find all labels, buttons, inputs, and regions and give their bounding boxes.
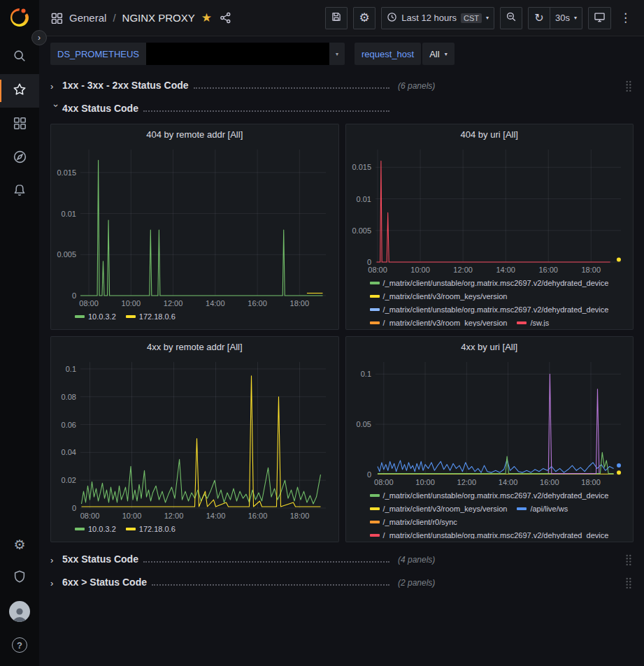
- favorite-star-icon[interactable]: ★: [201, 12, 212, 24]
- svg-text:14:00: 14:00: [496, 266, 515, 274]
- row-header-5xx[interactable]: › 5xx Status Code (4 panels): [50, 549, 634, 570]
- legend-item[interactable]: /sw.js: [517, 316, 549, 326]
- page-title[interactable]: NGINX PROXY: [122, 12, 195, 24]
- variable-request-host: request_host All ▾: [355, 43, 455, 65]
- legend-item[interactable]: /_matrix/client/unstable/org.matrix.msc2…: [370, 488, 609, 502]
- legend-swatch: [126, 528, 136, 530]
- legend-item[interactable]: /_matrix/client/unstable/org.matrix.msc2…: [370, 528, 609, 539]
- legend-swatch: [370, 507, 380, 510]
- sidebar-expand-toggle[interactable]: ›: [31, 30, 47, 45]
- legend-label: /_matrix/client/unstable/org.matrix.msc2…: [383, 305, 609, 314]
- variable-datasource-chevron[interactable]: ▾: [329, 43, 345, 65]
- row-panel-count: (2 panels): [398, 578, 435, 588]
- sidebar-item-explore[interactable]: [0, 141, 39, 175]
- variable-datasource-value[interactable]: [146, 43, 329, 65]
- row-drag-handle[interactable]: [624, 553, 634, 567]
- sidebar-item-profile[interactable]: [0, 595, 39, 628]
- dashboard-squares-icon: [50, 12, 63, 24]
- legend-item[interactable]: /_matrix/client/unstable/org.matrix.msc2…: [370, 303, 609, 316]
- legend-item[interactable]: /api/live/ws: [517, 502, 568, 515]
- svg-text:10:00: 10:00: [415, 478, 435, 486]
- chart-legend[interactable]: 10.0.3.2172.18.0.6: [55, 522, 334, 539]
- variable-request-host-label[interactable]: request_host: [355, 43, 421, 65]
- row-drag-handle[interactable]: [624, 576, 634, 591]
- row-dotted-leader: [194, 87, 389, 89]
- refresh-interval-label: 30s: [555, 13, 570, 23]
- row-header-1xx-3xx-2xx[interactable]: › 1xx - 3xx - 2xx Status Code (6 panels): [50, 75, 634, 96]
- chevron-down-icon: ▾: [486, 15, 489, 21]
- sidebar-item-starred[interactable]: [0, 74, 39, 108]
- svg-text:0.06: 0.06: [62, 421, 76, 429]
- svg-text:12:00: 12:00: [164, 299, 183, 307]
- sidebar-item-dashboards[interactable]: [0, 108, 39, 141]
- timeseries-chart[interactable]: 08:0010:0012:0014:0016:0018:0000.0050.01…: [55, 144, 334, 310]
- legend-swatch: [370, 282, 380, 284]
- svg-text:0.01: 0.01: [62, 210, 76, 218]
- row-panel-count: (6 panels): [398, 81, 435, 91]
- variable-request-host-value[interactable]: All ▾: [422, 43, 454, 65]
- tv-mode-button[interactable]: [588, 7, 611, 29]
- refresh-button[interactable]: ↻: [528, 7, 550, 29]
- legend-item[interactable]: 172.18.0.6: [126, 310, 176, 323]
- breadcrumb-section[interactable]: General: [69, 12, 106, 24]
- sidebar-item-server-admin[interactable]: [0, 561, 39, 595]
- legend-label: /_matrix/client/unstable/org.matrix.msc2…: [383, 279, 609, 287]
- chart-legend[interactable]: /_matrix/client/unstable/org.matrix.msc2…: [350, 276, 629, 326]
- legend-item[interactable]: /_matrix/client/r0/sync: [370, 515, 457, 528]
- legend-item[interactable]: 10.0.3.2: [75, 310, 116, 323]
- refresh-interval-dropdown[interactable]: 30s ▾: [550, 7, 582, 29]
- row-drag-handle[interactable]: [624, 79, 634, 94]
- breadcrumb: General / NGINX PROXY ★: [50, 12, 231, 24]
- svg-text:14:00: 14:00: [206, 299, 225, 307]
- panel-4xx-by-remote-addr: 4xx by remote addr [All] 08:0010:0012:00…: [50, 336, 339, 542]
- legend-item[interactable]: /_matrix/client/v3/room_keys/version: [370, 502, 508, 515]
- save-icon: [331, 11, 342, 24]
- chevron-down-icon: ▾: [445, 51, 448, 57]
- panel-title[interactable]: 404 by uri [All]: [350, 124, 629, 144]
- legend-swatch: [126, 315, 136, 318]
- time-picker-button[interactable]: Last 12 hours CST ▾: [381, 7, 494, 29]
- legend-label: /_matrix/client/unstable/org.matrix.msc2…: [383, 531, 609, 540]
- save-dashboard-button[interactable]: [325, 7, 348, 29]
- legend-label: 172.18.0.6: [139, 525, 176, 533]
- svg-text:0.005: 0.005: [352, 226, 371, 235]
- legend-item[interactable]: 10.0.3.2: [75, 522, 116, 535]
- legend-label: /_matrix/client/v3/room_keys/version: [383, 319, 508, 327]
- zoom-out-button[interactable]: [500, 7, 522, 29]
- svg-text:10:00: 10:00: [410, 266, 430, 274]
- legend-item[interactable]: /_matrix/client/v3/room_keys/version: [370, 316, 508, 326]
- legend-label: /_matrix/client/unstable/org.matrix.msc2…: [383, 491, 609, 500]
- legend-swatch: [75, 315, 85, 318]
- chart-legend[interactable]: 10.0.3.2172.18.0.6: [55, 310, 334, 326]
- row-title-wrap: 4xx Status Code: [62, 103, 389, 115]
- svg-text:16:00: 16:00: [538, 266, 558, 274]
- panel-title[interactable]: 4xx by remote addr [All]: [55, 337, 334, 356]
- chart-legend[interactable]: /_matrix/client/unstable/org.matrix.msc2…: [350, 488, 629, 539]
- share-icon[interactable]: [220, 12, 231, 24]
- legend-label: 10.0.3.2: [88, 525, 116, 533]
- variable-datasource-label[interactable]: DS_PROMETHEUS: [50, 43, 146, 65]
- svg-text:12:00: 12:00: [453, 266, 473, 274]
- svg-text:16:00: 16:00: [540, 478, 559, 486]
- timeseries-chart[interactable]: 08:0010:0012:0014:0016:0018:0000.020.040…: [55, 356, 334, 522]
- kebab-menu-button[interactable]: ⋮: [617, 10, 634, 25]
- sidebar-item-alerting[interactable]: [0, 175, 39, 208]
- row-header-4xx[interactable]: › 4xx Status Code: [50, 99, 634, 120]
- row-header-6xx[interactable]: › 6xx > Status Code (2 panels): [50, 572, 634, 593]
- timeseries-chart[interactable]: 08:0010:0012:0014:0016:0018:0000.0050.01…: [350, 144, 629, 276]
- panel-title[interactable]: 404 by remote addr [All]: [55, 124, 334, 144]
- legend-item[interactable]: /_matrix/client/unstable/org.matrix.msc2…: [370, 276, 609, 289]
- panel-title[interactable]: 4xx by uri [All]: [350, 337, 629, 356]
- dashboard-settings-button[interactable]: ⚙: [353, 7, 375, 29]
- legend-item[interactable]: 172.18.0.6: [126, 522, 176, 535]
- timeseries-chart[interactable]: 08:0010:0012:0014:0016:0018:0000.050.1: [350, 356, 629, 488]
- sidebar-item-help[interactable]: ?: [0, 628, 39, 662]
- row-panel-count: (4 panels): [398, 555, 435, 565]
- chart-area: 08:0010:0012:0014:0016:0018:0000.0050.01…: [55, 144, 334, 310]
- grafana-logo[interactable]: [9, 7, 30, 31]
- sidebar-item-search[interactable]: [0, 41, 39, 74]
- legend-item[interactable]: /_matrix/client/v3/room_keys/version: [370, 289, 508, 303]
- sidebar-item-configuration[interactable]: ⚙: [0, 528, 39, 561]
- svg-text:08:00: 08:00: [80, 512, 100, 520]
- row-title: 6xx > Status Code: [62, 577, 147, 588]
